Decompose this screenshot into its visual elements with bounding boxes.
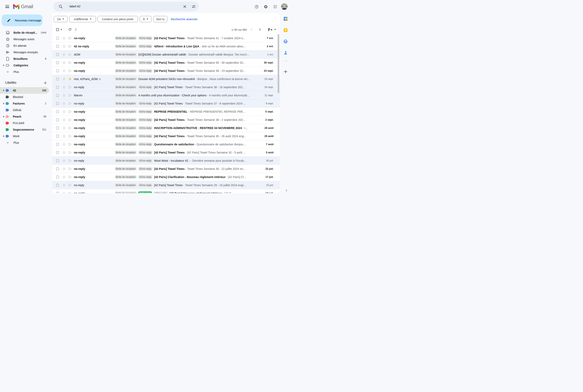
svg-text:31: 31 xyxy=(285,18,287,20)
